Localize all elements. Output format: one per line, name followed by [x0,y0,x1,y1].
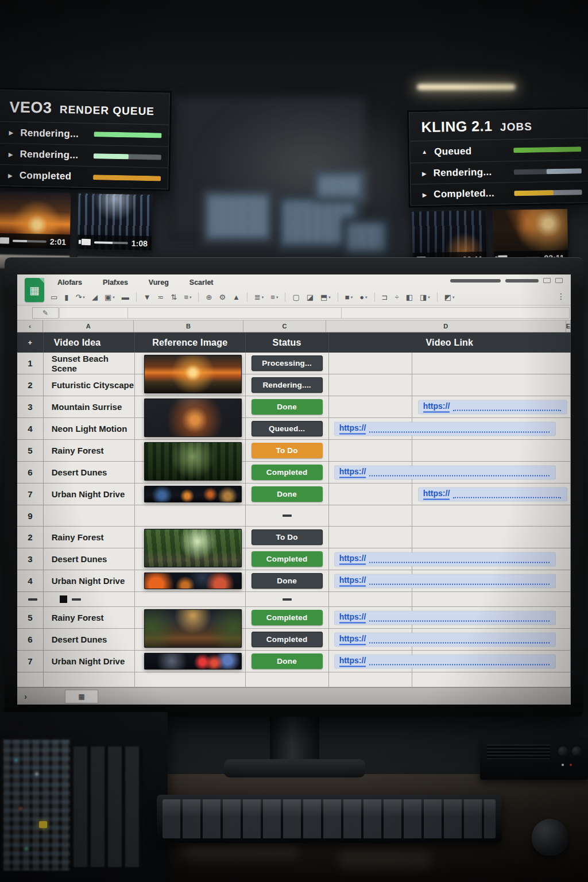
shape-rect-icon[interactable]: ■▾ [345,293,353,301]
status-cell[interactable]: Done [246,570,329,592]
merge-cells-icon[interactable]: ▣▾ [105,293,115,301]
print-icon[interactable]: ▭ [51,293,57,301]
status-cell[interactable]: Queued... [246,418,329,440]
filter-icon[interactable]: ▼ [144,293,151,301]
video-link-cell[interactable] [329,527,571,548]
video-idea-cell[interactable]: Rainy Forest [44,527,135,548]
reference-image-thumbnail[interactable] [144,529,242,567]
row-number-cell[interactable]: 4 [17,418,44,440]
video-link[interactable]: https:// [335,422,555,435]
status-badge[interactable]: Done [252,653,323,669]
image-icon[interactable]: ◪ [307,293,314,301]
status-badge[interactable]: Done [252,399,323,415]
video-idea-cell[interactable]: Desert Dunes [44,629,135,651]
freeze-icon[interactable]: ◧ [406,293,413,301]
comment-icon[interactable]: ⊐ [382,293,388,301]
text-wrap-icon[interactable]: ≂ [158,293,164,301]
theme-icon[interactable]: ◩▾ [444,293,455,301]
row-number-cell[interactable]: 4 [17,570,44,592]
status-cell[interactable]: Completed [246,607,329,629]
column-letter-B[interactable]: B [134,320,243,332]
reference-image-thumbnail[interactable] [144,609,242,648]
paragraph-icon[interactable]: ≡▾ [270,293,278,301]
zoom-icon[interactable]: ◢ [92,293,98,301]
status-badge[interactable]: Rendering.... [252,377,323,393]
queue-item[interactable]: ▶Completed... [411,181,588,205]
text-color-icon[interactable]: ▲ [233,293,240,301]
status-cell[interactable]: Completed [246,629,329,651]
status-cell[interactable]: Rendering.... [246,374,329,396]
row-number-cell[interactable]: 2 [17,527,44,548]
reference-image-cell[interactable] [135,353,246,374]
shape-ellipse-icon[interactable]: ●▾ [359,293,367,301]
redo-icon[interactable]: ↷▾ [75,293,84,301]
menu-item-plafxes[interactable]: Plafxes [100,277,130,288]
settings-gear-icon[interactable]: ⚙ [219,293,226,301]
status-cell[interactable]: To Do [246,440,329,462]
checkbox-icon[interactable]: ▢ [292,293,299,301]
video-idea-cell[interactable]: Urban Night Drive [44,651,135,672]
status-cell[interactable]: Done [246,483,329,505]
window-close-icon[interactable] [555,278,563,283]
reference-image-cell[interactable] [135,607,246,629]
column-letter-C[interactable]: C [243,320,326,332]
sort-icon[interactable]: ⇅ [171,293,177,301]
video-link[interactable]: https:// [335,552,555,566]
borders-icon[interactable]: ▬ [122,293,129,301]
keyboard[interactable] [157,795,501,843]
reference-image-thumbnail[interactable] [144,399,242,437]
status-cell[interactable]: Done [246,396,329,418]
paint-format-icon[interactable]: ▮ [64,293,68,301]
sheets-logo-icon[interactable]: ▦ [25,278,44,302]
menu-item-vureg[interactable]: Vureg [146,277,171,288]
video-link-cell[interactable]: https:// [329,651,571,672]
video-idea-cell[interactable]: Sunset Beach Scene [44,353,135,374]
window-restore-icon[interactable] [543,278,551,283]
reference-image-thumbnail[interactable] [144,653,242,670]
video-link[interactable]: https:// [335,655,555,668]
function-icon[interactable]: ÷ [395,293,399,301]
video-idea-cell[interactable]: Mountain Surrise [44,396,135,418]
row-number-cell[interactable]: 6 [17,629,44,651]
video-link-cell[interactable]: https:// [329,607,571,629]
header-video-link[interactable]: Video Link [329,332,571,353]
reference-image-thumbnail[interactable] [144,572,242,589]
header-reference-image[interactable]: Reference Image [135,332,246,353]
status-badge[interactable]: Completed [252,551,323,567]
mouse[interactable] [532,819,568,856]
status-cell[interactable]: To Do [246,527,329,548]
reference-image-thumbnail[interactable] [144,486,242,502]
video-idea-cell[interactable]: Rainy Forest [44,607,135,629]
video-link-cell[interactable]: https:// [329,396,571,418]
video-link-cell[interactable]: https:// [329,418,571,440]
reference-image-cell[interactable] [135,483,246,505]
reference-image-thumbnail[interactable] [144,355,242,393]
video-idea-cell[interactable]: Urban Night Drive [44,483,135,505]
video-link[interactable]: https:// [419,400,567,413]
reference-image-cell[interactable] [135,440,246,462]
queue-item[interactable]: ▶Rendering... [0,122,169,146]
status-badge[interactable]: Done [252,486,323,502]
formula-input[interactable] [59,307,570,319]
menu-item-scarlet[interactable]: Scarlet [187,277,216,288]
reference-image-cell[interactable] [135,527,246,548]
edit-pencil-icon[interactable]: ✎ [32,307,59,319]
row-number-cell[interactable]: 3 [17,548,44,570]
column-letter-A[interactable]: A [43,320,134,332]
align-icon[interactable]: ≡▾ [184,293,191,301]
queue-item[interactable]: ▶Rendering... [0,143,168,168]
video-link-cell[interactable]: https:// [329,483,571,505]
status-badge[interactable]: Done [252,573,323,589]
status-badge[interactable]: To Do [252,443,323,458]
header-status[interactable]: Status [246,332,329,353]
status-badge[interactable]: Queued... [252,421,323,436]
sheet-tab[interactable]: ▦ [65,690,98,703]
row-number-cell[interactable]: 2 [17,374,44,396]
status-cell[interactable]: Done [246,651,329,672]
video-idea-cell[interactable]: Desert Dunes [44,462,135,483]
reference-image-thumbnail[interactable] [144,442,242,481]
status-cell[interactable]: Processing... [246,353,329,374]
header-video-idea[interactable]: Video Idea [44,332,135,353]
video-link-cell[interactable] [329,440,571,462]
video-link[interactable]: https:// [419,488,567,501]
